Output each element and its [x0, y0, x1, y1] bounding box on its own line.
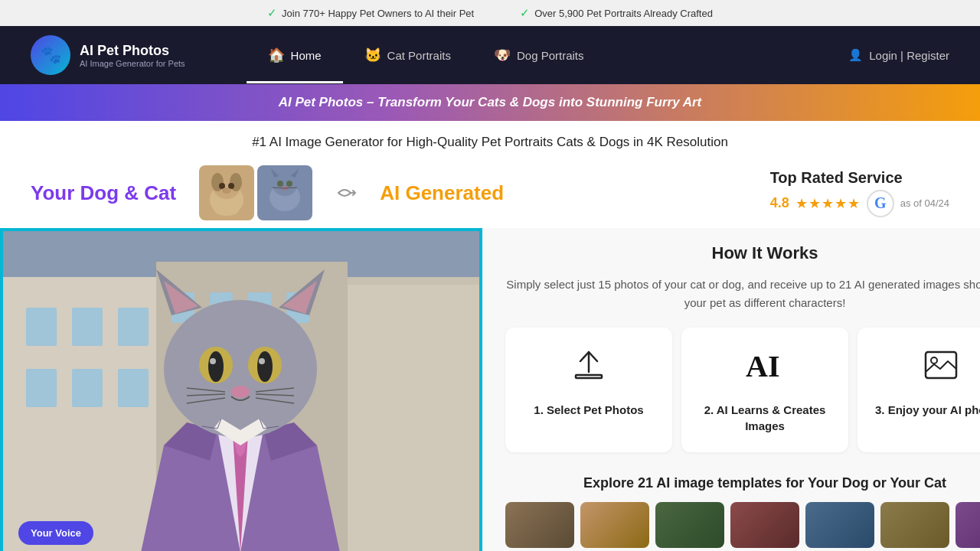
- svg-point-7: [222, 187, 231, 194]
- thumb-5[interactable]: [805, 502, 874, 548]
- header-right: 👤 Login | Register: [848, 48, 949, 62]
- svg-point-58: [164, 300, 317, 438]
- top-bar: ✓ Join 770+ Happy Pet Owners to AI their…: [0, 0, 980, 26]
- as-of-date: as of 04/24: [900, 197, 949, 209]
- cat-photo: [257, 165, 312, 220]
- header: 🐾 AI Pet Photos AI Image Generator for P…: [0, 26, 980, 84]
- svg-rect-29: [118, 369, 149, 407]
- svg-rect-24: [26, 308, 57, 346]
- check-icon-1: ✓: [267, 6, 277, 20]
- rating-score: 4.8: [770, 195, 789, 211]
- main-content: Your Voice How It Works Simply select ju…: [0, 228, 980, 551]
- logo-icon: 🐾: [31, 35, 70, 75]
- login-button[interactable]: 👤 Login | Register: [848, 48, 949, 62]
- image-icon: [922, 346, 960, 391]
- how-it-works-title: How It Works: [505, 243, 980, 263]
- step-2-card: AI 2. AI Learns & Creates Images: [681, 328, 848, 452]
- cat-portrait-svg: [3, 231, 479, 551]
- user-icon: 👤: [848, 48, 863, 62]
- stars: ★★★★★: [795, 195, 861, 212]
- arrow-icon: [334, 181, 358, 205]
- thumb-6[interactable]: [880, 502, 949, 548]
- nav-dog-label: Dog Portraits: [517, 49, 584, 62]
- banner-text: AI Pet Photos – Transform Your Cats & Do…: [279, 95, 702, 109]
- nav-cat-label: Cat Portraits: [387, 49, 451, 62]
- svg-rect-28: [72, 369, 103, 407]
- dog-icon: 🐶: [494, 47, 511, 64]
- logo-link[interactable]: 🐾 AI Pet Photos AI Image Generator for P…: [31, 35, 185, 75]
- promo-banner: AI Pet Photos – Transform Your Cats & Do…: [0, 84, 980, 121]
- page-subtitle: #1 AI Image Generator for High-Quality P…: [0, 121, 980, 158]
- step-3-card: 3. Enjoy your AI photos!: [858, 328, 980, 452]
- check-icon-2: ✓: [520, 6, 530, 20]
- topbar-text-2: Over 5,900 Pet Portraits Already Crafted: [534, 8, 713, 19]
- svg-point-8: [214, 204, 239, 216]
- dog-photo: [199, 165, 254, 220]
- ai-icon: AI: [742, 346, 788, 391]
- upload-icon: [570, 346, 608, 391]
- subtitle-text: #1 AI Image Generator for High-Quality P…: [252, 135, 728, 149]
- right-panel: How It Works Simply select just 15 photo…: [482, 228, 980, 551]
- cat-portrait-image: [3, 231, 479, 551]
- thumb-4[interactable]: [730, 502, 799, 548]
- steps-row: 1. Select Pet Photos AI 2. AI Learns & C…: [505, 328, 980, 452]
- rating-row: 4.8 ★★★★★ G as of 04/24: [770, 190, 949, 217]
- home-icon: 🏠: [268, 47, 285, 64]
- step-1-card: 1. Select Pet Photos: [505, 328, 672, 452]
- svg-point-14: [277, 181, 283, 187]
- how-it-works-description: Simply select just 15 photos of your cat…: [505, 276, 980, 312]
- dog-photo-svg: [199, 165, 254, 220]
- google-icon: G: [867, 190, 894, 217]
- svg-point-11: [273, 174, 297, 196]
- cat-photo-svg: [257, 165, 312, 220]
- topbar-text-1: Join 770+ Happy Pet Owners to AI their P…: [282, 8, 474, 19]
- step-3-label: 3. Enjoy your AI photos!: [875, 402, 980, 418]
- thumb-3[interactable]: [655, 502, 724, 548]
- svg-point-63: [931, 357, 937, 364]
- explore-section: Explore 21 AI image templates for Your D…: [505, 475, 980, 548]
- explore-thumbnails: [505, 502, 980, 548]
- nav-cat-portraits[interactable]: 🐱 Cat Portraits: [343, 27, 472, 83]
- login-label: Login | Register: [869, 49, 949, 62]
- logo-sub-text: AI Image Generator for Pets: [80, 59, 185, 68]
- hero-area: Your Dog & Cat: [0, 158, 980, 220]
- svg-rect-25: [72, 308, 103, 346]
- svg-rect-59: [576, 375, 602, 378]
- thumb-1[interactable]: [505, 502, 574, 548]
- topbar-item-2: ✓ Over 5,900 Pet Portraits Already Craft…: [520, 6, 713, 20]
- logo-text: AI Pet Photos AI Image Generator for Pet…: [80, 43, 185, 68]
- pet-photos: [199, 165, 312, 220]
- cat-icon: 🐱: [364, 47, 381, 64]
- svg-rect-26: [118, 308, 149, 346]
- step-2-label: 2. AI Learns & Creates Images: [694, 402, 836, 434]
- svg-text:AI: AI: [746, 349, 779, 383]
- your-voice-badge[interactable]: Your Voice: [18, 521, 93, 545]
- step-1-label: 1. Select Pet Photos: [534, 402, 643, 418]
- svg-rect-27: [26, 369, 57, 407]
- main-nav: 🏠 Home 🐱 Cat Portraits 🐶 Dog Portraits: [247, 27, 606, 83]
- hero-left-label: Your Dog & Cat: [31, 181, 176, 205]
- nav-dog-portraits[interactable]: 🐶 Dog Portraits: [472, 27, 606, 83]
- thumb-7[interactable]: [956, 502, 980, 548]
- logo-main-text: AI Pet Photos: [80, 43, 185, 59]
- top-rated-label: Top Rated Service: [770, 169, 903, 187]
- thumb-2[interactable]: [580, 502, 649, 548]
- hero-right-label: AI Generated: [380, 181, 504, 205]
- topbar-item-1: ✓ Join 770+ Happy Pet Owners to AI their…: [267, 6, 474, 20]
- svg-rect-23: [348, 285, 479, 551]
- left-panel: Your Voice: [0, 228, 482, 551]
- rating-area: Top Rated Service 4.8 ★★★★★ G as of 04/2…: [770, 169, 949, 217]
- svg-point-15: [286, 181, 292, 187]
- nav-home[interactable]: 🏠 Home: [247, 27, 343, 83]
- explore-title: Explore 21 AI image templates for Your D…: [505, 475, 980, 491]
- nav-home-label: Home: [291, 49, 322, 62]
